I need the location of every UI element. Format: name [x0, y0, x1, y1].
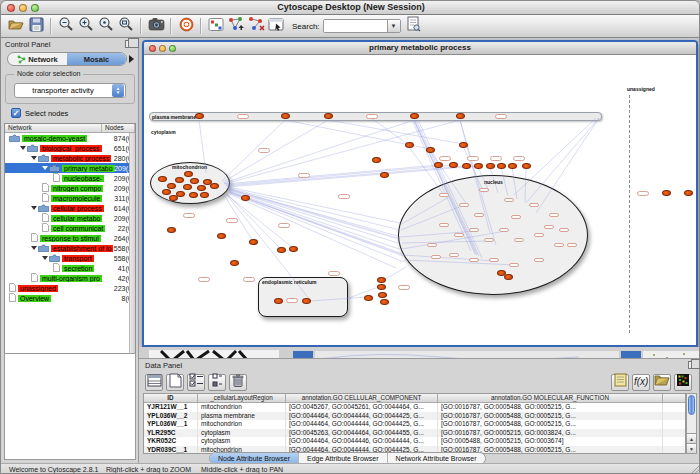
- selected-gene-node[interactable]: [195, 113, 204, 119]
- gene-node[interactable]: [366, 114, 378, 119]
- gene-node[interactable]: [454, 233, 464, 237]
- selected-gene-node[interactable]: [230, 260, 239, 266]
- gene-node[interactable]: [504, 198, 514, 202]
- table-column-header[interactable]: _cellularLayoutRegion: [198, 394, 286, 403]
- selected-gene-node[interactable]: [289, 246, 298, 252]
- zoom-out-button[interactable]: [56, 16, 76, 36]
- selected-gene-node[interactable]: [200, 192, 209, 198]
- tree-row[interactable]: primary metabo209(...: [5, 163, 135, 173]
- selected-gene-node[interactable]: [474, 163, 483, 169]
- expand-arrow-icon[interactable]: [20, 146, 26, 150]
- network-view-window[interactable]: primary metabolic process plasma membran…: [142, 40, 698, 347]
- gene-node[interactable]: [514, 238, 524, 242]
- scrollbar-thumb[interactable]: [688, 395, 695, 415]
- selected-gene-node[interactable]: [167, 227, 176, 233]
- data-panel-float-icon[interactable]: [688, 361, 697, 369]
- gene-node[interactable]: [398, 285, 410, 290]
- gene-node[interactable]: [490, 156, 502, 161]
- selected-gene-node[interactable]: [456, 113, 465, 119]
- import-attribute-button[interactable]: [611, 374, 629, 391]
- selected-gene-node[interactable]: [504, 274, 513, 280]
- network-view-titlebar[interactable]: primary metabolic process: [144, 42, 696, 55]
- selected-gene-node[interactable]: [662, 190, 671, 196]
- selected-gene-node[interactable]: [190, 178, 199, 184]
- gene-node[interactable]: [474, 213, 484, 217]
- gene-node[interactable]: [544, 225, 554, 229]
- gene-node[interactable]: [226, 218, 238, 223]
- gene-node[interactable]: [286, 298, 298, 303]
- gene-node[interactable]: [328, 271, 340, 276]
- tab-mosaic[interactable]: Mosaic: [67, 53, 126, 65]
- gene-node[interactable]: [258, 148, 270, 153]
- expand-arrow-icon[interactable]: [31, 246, 37, 250]
- selected-gene-node[interactable]: [162, 189, 171, 195]
- attribute-select-button[interactable]: [145, 374, 163, 391]
- float-panel-icon[interactable]: [125, 40, 134, 48]
- gene-node[interactable]: [513, 156, 525, 161]
- tree-row[interactable]: nitrogen compo209(0): [5, 183, 135, 193]
- gene-node[interactable]: [559, 228, 569, 232]
- selected-gene-node[interactable]: [684, 190, 693, 196]
- selected-gene-node[interactable]: [175, 177, 184, 183]
- table-scrollbar[interactable]: ▲ ▼: [686, 393, 697, 454]
- expand-arrow-icon[interactable]: [31, 156, 37, 160]
- tree-row[interactable]: response to stimul264(0): [5, 233, 135, 243]
- table-column-header[interactable]: ID: [144, 394, 198, 403]
- search-config-button[interactable]: [404, 16, 424, 36]
- gene-node[interactable]: [449, 253, 459, 257]
- selected-gene-node[interactable]: [184, 171, 193, 177]
- open-attribute-button[interactable]: [653, 374, 671, 391]
- selected-gene-node[interactable]: [277, 247, 286, 253]
- tree-row[interactable]: transport558(0): [5, 253, 135, 263]
- window-titlebar[interactable]: Cytoscape Desktop (New Session): [1, 1, 700, 15]
- tree-row[interactable]: metabolic process280(0): [5, 153, 135, 163]
- selected-gene-node[interactable]: [217, 233, 226, 239]
- selected-gene-node[interactable]: [302, 298, 311, 304]
- tree-scrollbar[interactable]: [129, 133, 135, 367]
- gene-node[interactable]: [549, 213, 559, 217]
- selected-gene-node[interactable]: [508, 163, 517, 169]
- selected-gene-node[interactable]: [380, 172, 389, 178]
- attribute-checklist-button[interactable]: [187, 374, 205, 391]
- vizmapper-button[interactable]: [206, 16, 226, 36]
- table-column-header[interactable]: annotation.GO CELLULAR_COMPONENT: [286, 394, 438, 403]
- selected-gene-node[interactable]: [459, 142, 468, 148]
- tree-row[interactable]: cell communicat22(0): [5, 223, 135, 233]
- function-builder-button[interactable]: f(x): [632, 374, 650, 391]
- help-button[interactable]: [176, 16, 196, 36]
- selected-gene-node[interactable]: [380, 299, 389, 305]
- selected-gene-node[interactable]: [210, 183, 219, 189]
- selected-gene-node[interactable]: [405, 142, 414, 148]
- gene-node[interactable]: [439, 223, 449, 227]
- select-nodes-checkbox[interactable]: ✓: [11, 108, 21, 118]
- selected-gene-node[interactable]: [167, 183, 176, 189]
- selected-gene-node[interactable]: [364, 295, 373, 301]
- gene-node[interactable]: [198, 277, 210, 282]
- selected-gene-node[interactable]: [434, 162, 443, 168]
- selected-gene-node[interactable]: [377, 284, 386, 290]
- selected-gene-node[interactable]: [462, 163, 471, 169]
- expand-arrow-icon[interactable]: [42, 166, 48, 170]
- tree-row[interactable]: nucleobase-209(0): [5, 173, 135, 183]
- table-row[interactable]: YKR052Ccytoplasm[GO:0044464, GO:0044446,…: [144, 437, 685, 446]
- gene-node[interactable]: [431, 255, 441, 259]
- tree-row[interactable]: establishment of lo558(0): [5, 243, 135, 253]
- gene-node[interactable]: [489, 258, 499, 262]
- gene-node[interactable]: [509, 263, 519, 267]
- table-column-header[interactable]: annotation.GO MOLECULAR_FUNCTION: [438, 394, 663, 403]
- search-input[interactable]: [324, 20, 387, 32]
- delete-attribute-button[interactable]: [229, 374, 247, 391]
- selected-gene-node[interactable]: [497, 163, 506, 169]
- gene-node[interactable]: [511, 215, 521, 219]
- search-combobox[interactable]: ▼: [323, 19, 401, 33]
- selected-gene-node[interactable]: [426, 147, 435, 153]
- new-attribute-button[interactable]: [166, 374, 184, 391]
- save-session-button[interactable]: [26, 16, 46, 36]
- annotation-button[interactable]: [266, 16, 286, 36]
- create-network-button[interactable]: [226, 16, 246, 36]
- table-row[interactable]: YPL036W__1mitochondrion[GO:0044464, GO:0…: [144, 420, 685, 429]
- gene-node[interactable]: [529, 203, 539, 207]
- selected-gene-node[interactable]: [241, 195, 250, 201]
- selected-gene-node[interactable]: [274, 298, 283, 304]
- selected-gene-node[interactable]: [410, 113, 419, 119]
